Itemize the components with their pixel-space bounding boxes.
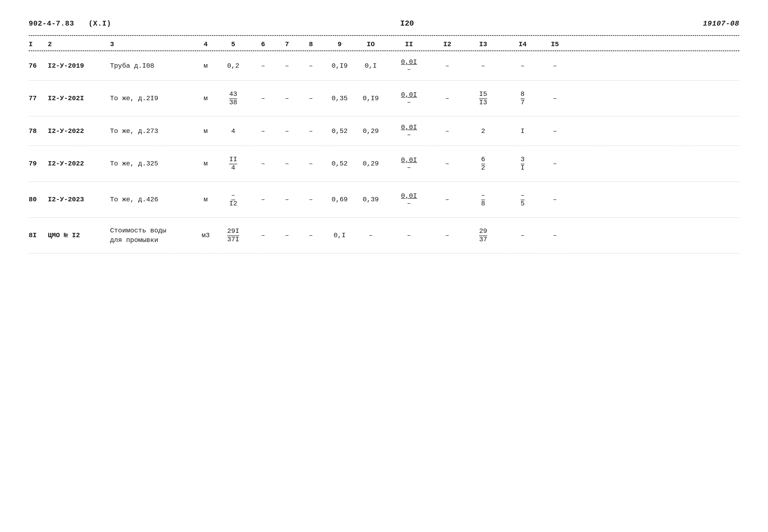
row-col6: – xyxy=(251,127,275,135)
row-col10: 0,29 xyxy=(356,127,385,135)
row-col11: 0,0I– xyxy=(385,58,433,73)
row-col15: – xyxy=(541,62,569,70)
row-col15: – xyxy=(541,232,569,239)
row-code: ЦМО № I2 xyxy=(48,232,110,239)
row-col13: 29 37 xyxy=(462,227,505,243)
row-col7: – xyxy=(275,196,299,203)
row-col9: 0,52 xyxy=(323,127,356,135)
row-col10: 0,I xyxy=(356,62,385,70)
row-col10: – xyxy=(356,232,385,239)
col-header-1: I xyxy=(29,41,48,48)
header: 902-4-7.83 (X.I) I20 19107-08 xyxy=(29,19,739,28)
row-col12: – xyxy=(433,160,462,167)
row-col6: – xyxy=(251,160,275,167)
table-row: 80 I2-У-2023 То же, д.426 м – I2 – – – 0… xyxy=(29,182,739,218)
row-col13: 2 xyxy=(462,127,505,135)
row-col14: 8 7 xyxy=(505,90,541,106)
row-col11: 0,0I– xyxy=(385,156,433,171)
row-col5: II 4 xyxy=(215,156,251,172)
row-col10: 0,I9 xyxy=(356,95,385,102)
row-desc: То же, д.325 xyxy=(110,160,196,167)
row-col11: 0,0I– xyxy=(385,192,433,207)
row-col15: – xyxy=(541,160,569,167)
header-right-code: 19107-08 xyxy=(703,20,739,28)
row-unit: м xyxy=(196,95,215,102)
column-headers: I 2 3 4 5 6 7 8 9 IO II I2 I3 I4 I5 xyxy=(29,38,739,51)
row-num: 80 xyxy=(29,196,48,203)
row-code: I2-У-202I xyxy=(48,95,110,102)
row-col11: 0,0I– xyxy=(385,91,433,106)
row-num: 77 xyxy=(29,95,48,102)
row-col8: – xyxy=(299,232,323,239)
row-code: I2-У-2022 xyxy=(48,127,110,135)
row-col7: – xyxy=(275,160,299,167)
row-col8: – xyxy=(299,127,323,135)
row-col12: – xyxy=(433,232,462,239)
row-desc: То же, д.426 xyxy=(110,196,196,203)
row-col10: 0,29 xyxy=(356,160,385,167)
header-code: 902-4-7.83 xyxy=(29,20,74,28)
row-col7: – xyxy=(275,62,299,70)
row-num: 78 xyxy=(29,127,48,135)
col-header-3: 3 xyxy=(110,41,196,48)
table-row: 79 I2-У-2022 То же, д.325 м II 4 – – – 0… xyxy=(29,146,739,182)
row-col14: I xyxy=(505,127,541,135)
row-col15: – xyxy=(541,196,569,203)
row-col9: 0,I xyxy=(323,232,356,239)
table-row: 77 I2-У-202I То же, д.2I9 м 43 38 – – – … xyxy=(29,81,739,116)
row-unit: м xyxy=(196,196,215,203)
col-header-8: 8 xyxy=(299,41,323,48)
row-num: 76 xyxy=(29,62,48,70)
row-col9: 0,I9 xyxy=(323,62,356,70)
col-header-13: I3 xyxy=(462,41,505,48)
col-header-12: I2 xyxy=(433,41,462,48)
col-header-2: 2 xyxy=(48,41,110,48)
row-col6: – xyxy=(251,232,275,239)
row-col12: – xyxy=(433,62,462,70)
col-header-15: I5 xyxy=(541,41,569,48)
row-col15: – xyxy=(541,127,569,135)
row-code: I2-У-2019 xyxy=(48,62,110,70)
row-col13: I5 I3 xyxy=(462,90,505,106)
table-row: 8I ЦМО № I2 Стоимость воды для промывки … xyxy=(29,218,739,253)
row-col8: – xyxy=(299,196,323,203)
row-col12: – xyxy=(433,196,462,203)
row-col5: – I2 xyxy=(215,192,251,208)
row-col5: 43 38 xyxy=(215,90,251,106)
row-col5: 29I 37I xyxy=(215,227,251,243)
row-col8: – xyxy=(299,160,323,167)
col-header-6: 6 xyxy=(251,41,275,48)
row-code: I2-У-2022 xyxy=(48,160,110,167)
col-header-9: 9 xyxy=(323,41,356,48)
row-col14: – xyxy=(505,62,541,70)
row-desc: То же, д.273 xyxy=(110,127,196,135)
row-col12: – xyxy=(433,95,462,102)
row-col5: 0,2 xyxy=(215,62,251,70)
row-unit: м xyxy=(196,160,215,167)
row-col6: – xyxy=(251,95,275,102)
row-unit: м xyxy=(196,127,215,135)
row-col11: – xyxy=(385,232,433,239)
row-col9: 0,35 xyxy=(323,95,356,102)
row-col7: – xyxy=(275,95,299,102)
header-number: I20 xyxy=(126,19,689,28)
row-unit: м3 xyxy=(196,232,215,239)
header-section: (X.I) xyxy=(88,20,111,28)
col-header-10: IO xyxy=(356,41,385,48)
row-col14: – xyxy=(505,232,541,239)
row-col13: – xyxy=(462,62,505,70)
row-col11: 0,0I– xyxy=(385,124,433,138)
col-header-11: II xyxy=(385,41,433,48)
row-col10: 0,39 xyxy=(356,196,385,203)
row-num: 8I xyxy=(29,232,48,239)
row-col7: – xyxy=(275,127,299,135)
row-col6: – xyxy=(251,196,275,203)
row-col5: 4 xyxy=(215,127,251,135)
row-col8: – xyxy=(299,62,323,70)
col-header-5: 5 xyxy=(215,41,251,48)
col-header-14: I4 xyxy=(505,41,541,48)
table-row: 76 I2-У-2019 Труба д.I08 м 0,2 – – – 0,I… xyxy=(29,51,739,81)
row-col6: – xyxy=(251,62,275,70)
row-desc: Стоимость воды для промывки xyxy=(110,226,196,245)
row-col8: – xyxy=(299,95,323,102)
